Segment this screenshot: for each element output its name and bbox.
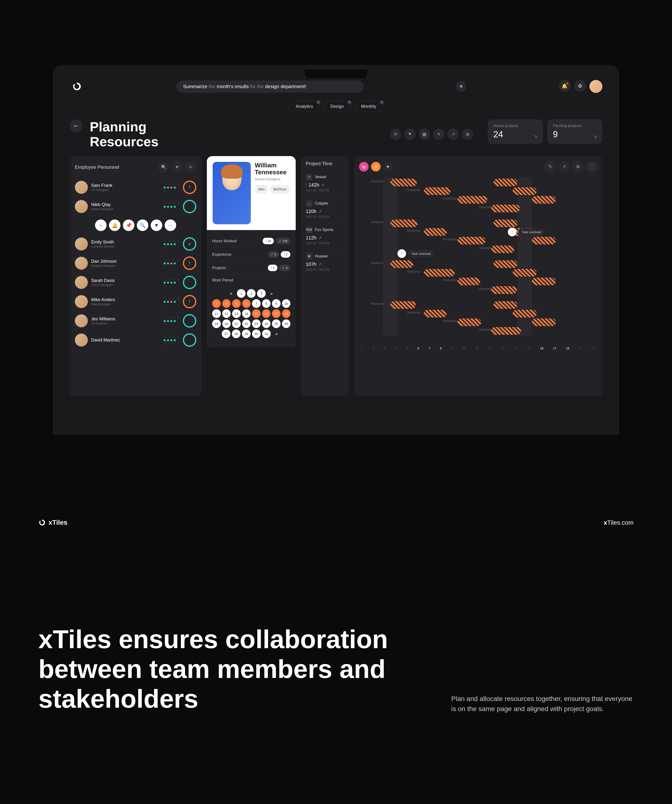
timeline-bar[interactable] [457,196,487,204]
calendar-day[interactable]: » [267,289,276,298]
menu-icon[interactable]: ≡ [185,162,196,173]
task-overload-bubble[interactable]: !Task overload [508,228,544,236]
timeline-bar[interactable] [532,319,556,326]
calendar-day[interactable]: 3 [257,289,266,298]
calendar-day[interactable]: 23 [252,319,261,328]
calendar-day[interactable]: 10 [282,299,290,308]
employee-row[interactable]: Dan JohnsonGraphic Designer 1234 5 ! [75,253,196,273]
calendar-day[interactable]: 28 [232,330,240,338]
project-item[interactable]: FOXFox Sports 112h↗ 2023.01 - 2023.09 [306,222,344,249]
share-icon[interactable]: ↗ [558,161,570,172]
calendar-day[interactable]: 24 [262,319,271,328]
calendar-day[interactable]: 4 [222,299,231,308]
action-icon[interactable]: ‹ [95,219,106,231]
timeline-bar[interactable] [457,237,486,245]
timeline-bar[interactable] [424,269,455,277]
timeline-bar[interactable] [532,278,556,285]
stat-pending-projects[interactable]: Pending projects 9 ↘ [547,119,602,144]
calendar-day[interactable]: 15 [252,309,261,318]
filter-icon[interactable]: ▼ [404,129,416,140]
calendar-day[interactable]: 20 [222,319,231,328]
employee-row[interactable]: David Martinez 1234 5 [75,330,196,350]
calendar-day[interactable]: 26 [282,319,290,328]
task-overload-bubble[interactable]: !Task overload [398,249,434,258]
gear-icon[interactable]: ⚙ [574,80,586,92]
refresh-icon[interactable]: ⟳ [390,129,401,140]
timeline-bar[interactable] [491,286,517,294]
filter-icon[interactable]: ▼ [171,162,183,173]
calendar-day[interactable]: 5 [232,299,241,308]
timeline-bar[interactable] [390,219,418,227]
table-icon[interactable]: ▦ [419,129,430,140]
calendar-day[interactable]: 3 [212,299,221,308]
integration-h-icon[interactable]: H [371,162,381,172]
action-icon[interactable]: 📌 [123,219,134,231]
timeline-bar[interactable] [491,327,521,335]
calendar-day[interactable]: 18 [282,309,290,318]
action-icon[interactable]: ▼ [151,219,162,231]
stat-active-projects[interactable]: Active projects 24 ↘ [488,119,543,144]
calendar-day[interactable]: 25 [272,319,281,328]
timeline-bar[interactable] [457,278,480,285]
timeline-bar[interactable] [532,237,556,245]
chip-design[interactable]: Design [323,101,351,112]
gear-icon[interactable]: ⚙ [572,161,584,172]
calendar-day[interactable]: 12 [222,309,231,318]
timeline-bar[interactable] [532,196,556,204]
timeline-bar[interactable] [424,310,447,317]
close-icon[interactable]: ✕ [456,81,466,92]
timeline-bar[interactable] [424,187,450,195]
calendar-day[interactable]: 6 [242,299,251,308]
project-item[interactable]: ✿Huawei 107h↗ 2023.05 - 2023.09 [306,249,344,275]
search-summary-bar[interactable]: Summarize the month's results for the de… [176,80,364,93]
back-icon[interactable]: ← [70,119,83,132]
timeline-bar[interactable] [493,260,517,268]
timeline-bar[interactable] [493,301,517,309]
expand-icon[interactable]: ⛶ [586,161,598,172]
timeline-bar[interactable] [491,204,520,212]
timeline-bar[interactable] [390,260,413,268]
timeline-bar[interactable] [457,319,481,326]
work-period-calendar[interactable]: «123»34567891011121314151617181920212223… [212,286,290,343]
integration-toggl-icon[interactable]: tg [359,162,369,172]
calendar-day[interactable]: 16 [262,309,271,318]
timeline-bar[interactable] [513,310,537,317]
add-integration-icon[interactable]: + [383,162,393,172]
employee-row[interactable]: Jes WilliamsArt Director 1234 5 [75,311,196,330]
calendar-day[interactable]: 21 [232,319,241,328]
calendar-day[interactable]: 7 [252,299,261,308]
brand-logo[interactable] [70,79,84,94]
timeline-bar[interactable] [513,269,537,277]
employee-row[interactable]: Emily SmithCreative Director 1234 5 ✓ [75,234,196,253]
calendar-day[interactable]: 13 [232,309,241,318]
project-item[interactable]: ◡Colgate 120h↗ 2022.07 - 2023.09 [306,196,344,222]
calendar-day[interactable]: 2 [247,289,256,298]
action-icon[interactable]: 🔔 [109,219,121,231]
chip-monthly[interactable]: Monthly [354,101,383,112]
action-icon[interactable]: ⋯ [165,219,176,231]
chip-analytics[interactable]: Analytics [289,101,320,112]
timeline-bar[interactable] [390,179,417,186]
calendar-day[interactable]: 22 [242,319,251,328]
calendar-day[interactable]: 1 [237,289,246,298]
timeline-bar[interactable] [493,219,517,227]
grid-icon[interactable]: ⊞ [462,129,473,140]
edit-icon[interactable]: ✎ [433,129,444,140]
bell-icon[interactable]: 🔔 [559,80,571,92]
calendar-day[interactable]: 14 [242,309,251,318]
calendar-day[interactable]: 27 [222,330,230,338]
calendar-day[interactable]: 9 [272,299,281,308]
calendar-day[interactable]: 31 [262,330,271,338]
timeline-bar[interactable] [491,245,514,253]
calendar-day[interactable]: » [272,330,281,338]
project-item[interactable]: ▽Vessel !142h↗ 2021.05 - 2023.09 [306,170,344,196]
calendar-day[interactable]: 11 [212,309,221,318]
timeline-bar[interactable] [390,301,416,309]
calendar-day[interactable]: 8 [262,299,271,308]
calendar-day[interactable]: 29 [242,330,251,338]
employee-row[interactable]: Sam FrankUX Designer 1234 5 ! [75,178,196,197]
calendar-day[interactable]: « [227,289,235,298]
employee-row[interactable]: Sarah DavisUX/UI Designer 1234 5 [75,273,196,292]
calendar-day[interactable]: 17 [272,309,281,318]
user-avatar[interactable] [589,80,602,93]
